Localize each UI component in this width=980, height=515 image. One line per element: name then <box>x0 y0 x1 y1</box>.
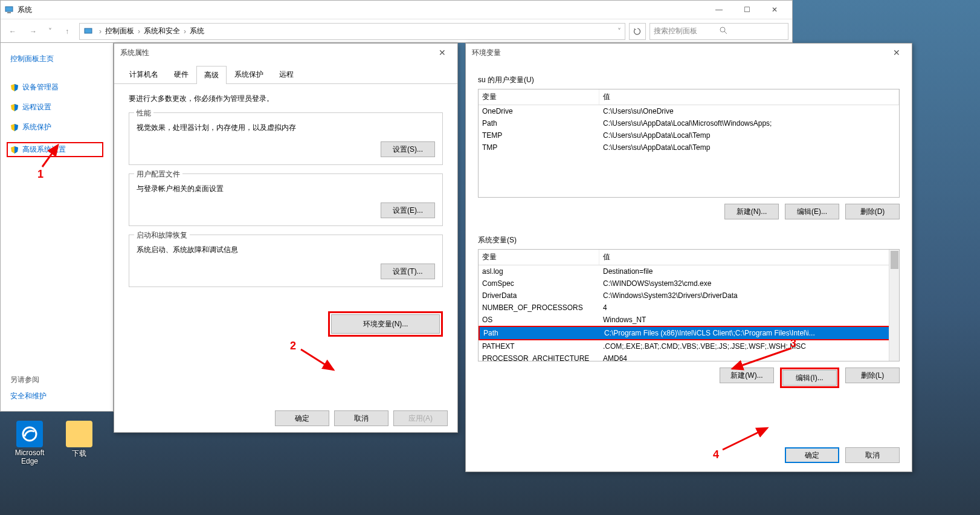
apply-button[interactable]: 应用(A) <box>393 410 448 426</box>
bc-seg-0[interactable]: 控制面板 <box>105 26 134 36</box>
new-user-button[interactable]: 新建(N)... <box>724 204 779 219</box>
sidebar-item-protection[interactable]: 系统保护 <box>10 122 103 132</box>
cell-var: OneDrive <box>479 105 599 117</box>
nav-up-icon[interactable]: ↑ <box>59 23 76 40</box>
sidebar-footer-link[interactable]: 安全和维护 <box>10 391 47 401</box>
svg-line-4 <box>724 31 727 34</box>
downloads-shortcut[interactable]: 下载 <box>58 421 100 459</box>
group-desc: 系统启动、系统故障和调试信息 <box>137 245 435 255</box>
system-icon <box>4 5 14 15</box>
minimize-button[interactable]: — <box>705 1 733 18</box>
delete-user-button[interactable]: 删除(D) <box>845 204 900 219</box>
cell-var: Path <box>480 327 601 339</box>
svg-rect-1 <box>7 12 11 13</box>
tab-protection[interactable]: 系统保护 <box>227 65 271 83</box>
table-row[interactable]: DriverDataC:\Windows\System32\Drivers\Dr… <box>479 290 899 302</box>
icon-label: Microsoft Edge <box>8 449 51 465</box>
cell-var: NUMBER_OF_PROCESSORS <box>479 302 599 314</box>
th-val[interactable]: 值 <box>599 89 899 105</box>
table-row[interactable]: TEMPC:\Users\su\AppData\Local\Temp <box>479 129 899 141</box>
settings-profile-button[interactable]: 设置(E)... <box>381 202 435 218</box>
cell-val: C:\Users\su\AppData\Local\Microsoft\Wind… <box>599 117 899 129</box>
close-icon[interactable]: ✕ <box>433 48 451 57</box>
table-row[interactable]: TMPC:\Users\su\AppData\Local\Temp <box>479 141 899 154</box>
table-row[interactable]: ComSpecC:\WINDOWS\system32\cmd.exe <box>479 277 899 290</box>
new-sys-button[interactable]: 新建(W)... <box>720 368 774 383</box>
sidebar-item-device-manager[interactable]: 设备管理器 <box>10 82 103 92</box>
folder-icon <box>66 421 92 447</box>
sidebar-item-advanced[interactable]: 高级系统设置 <box>7 142 103 157</box>
cancel-button[interactable]: 取消 <box>334 410 388 426</box>
edit-button-highlight: 编辑(I)... <box>780 368 839 388</box>
user-var-table[interactable]: 变量 值 OneDriveC:\Users\su\OneDrivePathC:\… <box>478 89 900 198</box>
sp-titlebar: 系统属性 ✕ <box>114 44 457 62</box>
svg-rect-2 <box>85 28 92 33</box>
group-performance: 性能 视觉效果，处理器计划，内存使用，以及虚拟内存 设置(S)... <box>129 112 443 165</box>
user-var-label: su 的用户变量(U) <box>478 75 900 85</box>
sys-var-table[interactable]: 变量 值 asl.logDestination=fileComSpecC:\WI… <box>478 249 900 361</box>
scrollbar[interactable] <box>889 250 899 361</box>
bc-seg-1[interactable]: 系统和安全 <box>144 26 180 36</box>
cell-val: C:\Users\su\AppData\Local\Temp <box>599 129 899 141</box>
group-startup: 启动和故障恢复 系统启动、系统故障和调试信息 设置(T)... <box>129 235 443 287</box>
cell-val: C:\WINDOWS\system32\cmd.exe <box>599 277 899 290</box>
close-icon[interactable]: ✕ <box>888 48 906 57</box>
close-button[interactable]: ✕ <box>761 1 788 18</box>
cell-val: .COM;.EXE;.BAT;.CMD;.VBS;.VBE;.JS;.JSE;.… <box>599 340 899 352</box>
table-row[interactable]: PATHEXT.COM;.EXE;.BAT;.CMD;.VBS;.VBE;.JS… <box>479 340 899 352</box>
cell-var: PROCESSOR_ARCHITECTURE <box>479 352 599 361</box>
cp-sidebar: 控制面板主页 设备管理器 远程设置 系统保护 高级系统设置 另请参阅 安全和维护 <box>0 43 114 412</box>
cell-var: TMP <box>479 141 599 154</box>
table-row[interactable]: asl.logDestination=file <box>479 265 899 277</box>
cp-icon <box>83 27 93 36</box>
cancel-button[interactable]: 取消 <box>845 447 900 463</box>
nav-fwd-icon[interactable]: → <box>25 23 42 40</box>
group-legend: 启动和故障恢复 <box>134 230 190 241</box>
tab-remote[interactable]: 远程 <box>271 65 301 83</box>
ok-button[interactable]: 确定 <box>275 410 329 426</box>
edit-sys-button[interactable]: 编辑(I)... <box>782 370 837 386</box>
cell-var: ComSpec <box>479 277 599 290</box>
maximize-button[interactable]: ☐ <box>733 1 761 18</box>
cell-var: TEMP <box>479 129 599 141</box>
cp-home-link[interactable]: 控制面板主页 <box>10 54 103 64</box>
chevron-down-icon[interactable]: ˅ <box>617 27 621 36</box>
edge-icon <box>16 421 43 447</box>
cell-val: C:\Program Files (x86)\Intel\iCLS Client… <box>601 327 898 339</box>
chevron-right-icon: › <box>184 27 186 36</box>
table-row[interactable]: PathC:\Program Files (x86)\Intel\iCLS Cl… <box>479 326 899 340</box>
edit-user-button[interactable]: 编辑(E)... <box>785 204 839 219</box>
breadcrumb[interactable]: › 控制面板 › 系统和安全 › 系统 ˅ <box>79 23 625 40</box>
bc-seg-2[interactable]: 系统 <box>190 26 204 36</box>
settings-startup-button[interactable]: 设置(T)... <box>381 264 435 279</box>
th-var[interactable]: 变量 <box>479 250 599 265</box>
nav-back-icon[interactable]: ← <box>4 23 21 40</box>
refresh-button[interactable] <box>629 23 646 40</box>
environment-variables-button[interactable]: 环境变量(N)... <box>331 314 440 334</box>
th-var[interactable]: 变量 <box>479 89 599 105</box>
settings-perf-button[interactable]: 设置(S)... <box>381 141 435 157</box>
tab-hardware[interactable]: 硬件 <box>166 65 196 83</box>
table-row[interactable]: PathC:\Users\su\AppData\Local\Microsoft\… <box>479 117 899 129</box>
th-val[interactable]: 值 <box>599 250 899 265</box>
tab-advanced[interactable]: 高级 <box>196 66 227 84</box>
table-row[interactable]: OneDriveC:\Users\su\OneDrive <box>479 105 899 117</box>
table-row[interactable]: OSWindows_NT <box>479 314 899 326</box>
table-row[interactable]: NUMBER_OF_PROCESSORS4 <box>479 302 899 314</box>
cell-val: Windows_NT <box>599 314 899 326</box>
sp-footer: 确定 取消 应用(A) <box>275 410 448 426</box>
cell-val: C:\Windows\System32\Drivers\DriverData <box>599 290 899 302</box>
ok-button[interactable]: 确定 <box>785 447 839 463</box>
search-input[interactable]: 搜索控制面板 <box>650 23 788 40</box>
shield-icon <box>10 83 19 92</box>
tab-computer-name[interactable]: 计算机名 <box>121 65 166 83</box>
sidebar-item-remote[interactable]: 远程设置 <box>10 102 103 112</box>
chevron-right-icon: › <box>99 27 102 36</box>
nav-dropdown-icon[interactable]: ˅ <box>45 23 55 40</box>
cell-val: C:\Users\su\AppData\Local\Temp <box>599 141 899 154</box>
table-row[interactable]: PROCESSOR_ARCHITECTUREAMD64 <box>479 352 899 361</box>
delete-sys-button[interactable]: 删除(L) <box>845 368 900 383</box>
svg-point-3 <box>720 27 725 32</box>
chevron-right-icon: › <box>138 27 140 36</box>
edge-shortcut[interactable]: Microsoft Edge <box>8 421 51 465</box>
